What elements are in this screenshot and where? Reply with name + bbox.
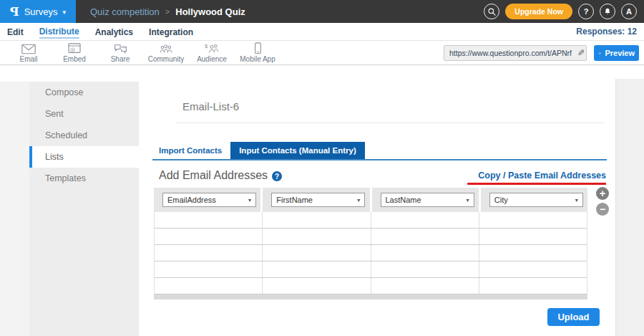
toolbar-item-email[interactable]: Email (6, 42, 52, 64)
tab-import-contacts[interactable]: Import Contacts (159, 142, 230, 159)
table-cell[interactable] (371, 245, 479, 261)
notifications-button[interactable] (600, 4, 615, 19)
table-cell[interactable] (371, 212, 479, 228)
chevron-down-icon: ▾ (466, 197, 469, 203)
left-margin (0, 82, 29, 336)
row-controls: + − (596, 187, 609, 216)
table-row (155, 229, 587, 245)
select-value: City (494, 196, 508, 204)
nav-item-integration[interactable]: Integration (149, 25, 193, 38)
toolbar-item-label: Mobile App (240, 55, 275, 63)
select-value: LastName (386, 196, 421, 204)
section-title: Add Email Addresses (159, 169, 268, 182)
table-cell[interactable] (479, 261, 587, 277)
community-icon (159, 42, 173, 54)
table-cell[interactable] (371, 278, 479, 294)
sidebar-item-scheduled[interactable]: Scheduled (29, 125, 139, 146)
table-row (155, 212, 587, 229)
share-icon (114, 42, 127, 54)
toolbar-item-label: Audience (197, 55, 227, 63)
nav-item-distribute[interactable]: Distribute (39, 24, 79, 39)
help-icon[interactable]: ? (272, 171, 282, 181)
page-title: Email-List-6 (182, 100, 239, 112)
remove-row-button[interactable]: − (596, 203, 609, 216)
bell-icon (603, 7, 612, 16)
sidebar-item-lists[interactable]: Lists (29, 146, 139, 168)
nav-item-edit[interactable]: Edit (7, 25, 24, 38)
nav-item-analytics[interactable]: Analytics (95, 25, 133, 38)
product-switcher-label: Surveys (24, 6, 58, 17)
column-select-first-name[interactable]: FirstName ▾ (271, 193, 365, 207)
column-header: LastName ▾ (372, 188, 481, 212)
search-icon (487, 7, 497, 16)
avatar[interactable]: A (621, 4, 637, 19)
table-cell[interactable] (263, 261, 371, 277)
contacts-table-body (154, 212, 587, 294)
breadcrumb: Quiz competition > Hollywood Quiz (90, 6, 245, 17)
horizontal-scrollbar[interactable] (154, 294, 587, 299)
table-cell[interactable] (263, 278, 371, 294)
column-header: FirstName ▾ (263, 188, 371, 212)
breadcrumb-separator-icon: > (165, 7, 170, 16)
toolbar-item-embed[interactable]: Embed (52, 42, 97, 64)
toolbar-item-audience[interactable]: $ Audience (189, 42, 235, 64)
chevron-down-icon: ▾ (63, 9, 67, 16)
copy-paste-email-addresses-link[interactable]: Copy / Paste Email Addresses (478, 171, 606, 181)
table-cell[interactable] (479, 278, 587, 294)
table-cell[interactable] (479, 245, 587, 261)
product-switcher[interactable]: P Surveys ▾ (0, 0, 76, 23)
sidebar-item-sent[interactable]: Sent (29, 103, 139, 125)
svg-text:$: $ (205, 43, 208, 49)
add-row-button[interactable]: + (596, 187, 609, 200)
select-value: EmailAddress (167, 196, 216, 204)
contacts-tabs: Import Contacts Input Contacts (Manual E… (159, 142, 365, 159)
audience-icon: $ (205, 42, 219, 54)
column-select-last-name[interactable]: LastName ▾ (381, 193, 474, 207)
column-select-city[interactable]: City ▾ (489, 193, 583, 207)
toolbar-item-label: Share (111, 55, 130, 63)
column-select-email-address[interactable]: EmailAddress ▾ (162, 193, 256, 207)
embed-icon (68, 42, 81, 54)
sidebar-item-templates[interactable]: Templates (29, 168, 139, 189)
toolbar-item-community[interactable]: Community (143, 42, 189, 64)
table-cell[interactable] (155, 229, 263, 244)
toolbar-item-share[interactable]: Share (97, 42, 143, 64)
survey-url-field: ✎ (444, 45, 587, 61)
toolbar-item-mobile-app[interactable]: Mobile App (235, 42, 280, 64)
search-button[interactable] (484, 4, 499, 19)
upgrade-button[interactable]: Upgrade Now (505, 4, 572, 19)
table-cell[interactable] (263, 245, 371, 261)
toolbar-item-label: Email (19, 55, 37, 63)
table-cell[interactable] (263, 229, 371, 244)
topbar-actions: Upgrade Now ? A (484, 0, 637, 23)
help-button[interactable]: ? (578, 4, 594, 19)
table-cell[interactable] (155, 278, 263, 294)
survey-url-input[interactable] (444, 49, 573, 57)
table-cell[interactable] (479, 229, 587, 244)
table-cell[interactable] (155, 261, 263, 277)
breadcrumb-parent-link[interactable]: Quiz competition (90, 6, 160, 17)
table-row (155, 261, 587, 278)
breadcrumb-current: Hollywood Quiz (175, 6, 245, 17)
preview-button[interactable]: Preview (594, 45, 639, 61)
right-margin (615, 79, 644, 336)
table-cell[interactable] (155, 245, 263, 261)
edit-url-icon[interactable]: ✎ (573, 48, 586, 58)
distribute-toolbar: Email Embed Share Community $ Audience (0, 41, 644, 65)
tabs-underline (152, 159, 607, 160)
table-cell[interactable] (479, 212, 587, 228)
responses-count[interactable]: Responses: 12 (576, 27, 637, 37)
contacts-table: EmailAddress ▾ FirstName ▾ LastName ▾ Ci… (154, 188, 587, 294)
sidebar-item-compose[interactable]: Compose (29, 82, 139, 103)
preview-button-label: Preview (605, 49, 635, 57)
table-cell[interactable] (155, 212, 263, 228)
table-cell[interactable] (371, 261, 479, 277)
tab-input-contacts-manual-entry[interactable]: Input Contacts (Manual Entry) (230, 142, 365, 159)
upload-button[interactable]: Upload (547, 308, 600, 326)
table-row (155, 278, 587, 294)
table-cell[interactable] (371, 229, 479, 244)
table-cell[interactable] (263, 212, 371, 228)
chevron-down-icon: ▾ (575, 197, 578, 203)
contacts-table-header: EmailAddress ▾ FirstName ▾ LastName ▾ Ci… (154, 188, 587, 212)
column-header: City ▾ (481, 188, 587, 212)
